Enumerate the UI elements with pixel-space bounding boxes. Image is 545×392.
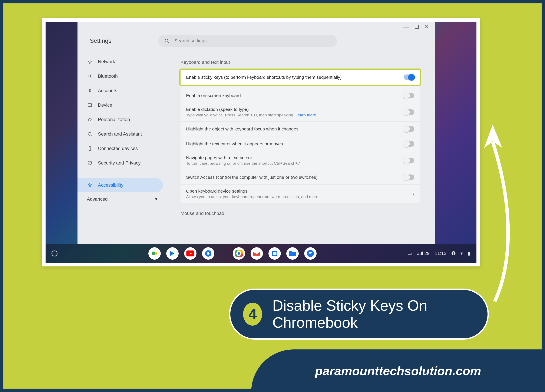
shelf-tray[interactable]: ▭ Jul 29 11:13 ➊ ▾ ▮ xyxy=(408,251,471,256)
toggle-text-cursor[interactable] xyxy=(404,158,414,163)
phone-icon xyxy=(87,146,93,152)
settings-main: Keyboard and text input Enable sticky ke… xyxy=(167,50,435,244)
svg-rect-3 xyxy=(88,104,92,106)
row-dictation[interactable]: Enable dictation (speak to type) Type wi… xyxy=(180,103,420,122)
shield-icon xyxy=(87,160,93,166)
notification-badge-icon: ➊ xyxy=(452,251,455,256)
learn-more-link[interactable]: Learn more xyxy=(296,113,316,117)
row-label: Highlight the text caret when it appears… xyxy=(186,141,283,147)
row-label: Highlight the object with keyboard focus… xyxy=(186,126,298,132)
app-files[interactable] xyxy=(286,247,299,260)
sidebar-item-connected-devices[interactable]: Connected devices xyxy=(77,141,163,156)
app-meet[interactable] xyxy=(148,247,161,260)
step-number: 4 xyxy=(243,303,262,326)
row-switch-access[interactable]: Switch Access (control the computer with… xyxy=(180,170,420,185)
toggle-switch-access[interactable] xyxy=(404,175,414,180)
row-sticky-keys[interactable]: Enable sticky keys (to perform keyboard … xyxy=(179,68,421,86)
sidebar-item-bluetooth[interactable]: Bluetooth xyxy=(77,69,163,83)
section-header-mouse: Mouse and touchpad xyxy=(180,211,420,216)
app-gmail[interactable] xyxy=(251,247,263,260)
row-label: Enable on-screen keyboard xyxy=(186,93,241,98)
sidebar-item-accessibility[interactable]: Accessibility xyxy=(77,178,163,192)
sidebar-item-network[interactable]: Network xyxy=(77,55,163,69)
launcher-icon[interactable] xyxy=(51,251,57,257)
laptop-icon xyxy=(87,102,93,108)
screenshot-card: — ✕ Settings Network Bluetooth xyxy=(42,18,480,266)
svg-rect-18 xyxy=(273,252,277,255)
sidebar-item-label: Accessibility xyxy=(98,182,124,188)
chevron-right-icon: › xyxy=(412,191,414,197)
sidebar-advanced[interactable]: Advanced ▾ xyxy=(77,192,167,206)
row-sublabel: Type with your voice. Press Search + D, … xyxy=(186,113,316,117)
settings-window: — ✕ Settings Network Bluetooth xyxy=(77,22,435,244)
shelf-time: 11:13 xyxy=(435,251,446,256)
toggle-sticky-keys[interactable] xyxy=(404,74,414,80)
app-youtube[interactable] xyxy=(184,247,197,260)
search-icon xyxy=(87,131,93,137)
sidebar-item-accounts[interactable]: Accounts xyxy=(77,83,163,98)
person-icon xyxy=(87,88,93,94)
section-header: Keyboard and text input xyxy=(180,60,420,65)
sidebar-item-label: Accounts xyxy=(98,88,117,93)
row-label: Navigate pages with a text cursor xyxy=(186,155,300,160)
close-icon[interactable]: ✕ xyxy=(424,24,429,30)
row-highlight-caret[interactable]: Highlight the text caret when it appears… xyxy=(180,136,420,151)
svg-point-16 xyxy=(238,252,240,255)
page-title: Settings xyxy=(90,37,111,44)
shelf-apps xyxy=(57,247,408,260)
sidebar-item-label: Bluetooth xyxy=(98,74,118,79)
svg-point-4 xyxy=(88,132,91,135)
sidebar-item-search-assistant[interactable]: Search and Assistant xyxy=(77,127,163,141)
row-text-cursor[interactable]: Navigate pages with a text cursor To tur… xyxy=(180,151,420,170)
app-calendar[interactable] xyxy=(268,247,281,260)
app-messages[interactable] xyxy=(304,247,316,260)
search-bar[interactable] xyxy=(158,35,337,47)
toggle-dictation[interactable] xyxy=(404,109,414,115)
sidebar-item-label: Connected devices xyxy=(98,146,138,151)
svg-line-5 xyxy=(91,135,92,136)
toggle-highlight-focus[interactable] xyxy=(404,126,414,132)
sidebar-item-security-privacy[interactable]: Security and Privacy xyxy=(77,156,163,170)
app-play[interactable] xyxy=(166,247,179,260)
sidebar-item-label: Personalization xyxy=(98,117,130,122)
maximize-icon[interactable] xyxy=(415,24,419,30)
brush-icon xyxy=(87,117,93,122)
sidebar-item-device[interactable]: Device xyxy=(77,98,163,112)
toggle-onscreen-keyboard[interactable] xyxy=(404,93,414,98)
window-controls: — ✕ xyxy=(77,22,435,32)
svg-point-0 xyxy=(165,39,168,42)
toggle-highlight-caret[interactable] xyxy=(404,141,414,147)
search-icon xyxy=(164,38,169,43)
settings-body: Network Bluetooth Accounts Device Person… xyxy=(77,50,435,244)
sidebar-item-label: Security and Privacy xyxy=(98,160,141,166)
step-caption: 4 Disable Sticky Keys On Chromebook xyxy=(229,288,489,340)
svg-line-1 xyxy=(168,42,169,43)
sidebar-item-label: Device xyxy=(98,102,112,108)
chevron-down-icon: ▾ xyxy=(155,196,157,202)
row-label: Switch Access (control the computer with… xyxy=(186,175,317,180)
row-keyboard-settings[interactable]: Open keyboard device settings Allows you… xyxy=(180,185,420,203)
chromeos-shelf: ▭ Jul 29 11:13 ➊ ▾ ▮ xyxy=(46,244,477,263)
svg-point-11 xyxy=(207,252,210,255)
row-onscreen-keyboard[interactable]: Enable on-screen keyboard xyxy=(180,88,420,103)
step-title: Disable Sticky Keys On Chromebook xyxy=(272,297,475,331)
row-highlight-focus[interactable]: Highlight the object with keyboard focus… xyxy=(180,122,420,136)
settings-header: Settings xyxy=(77,32,435,50)
svg-point-7 xyxy=(89,183,90,184)
shelf-date: Jul 29 xyxy=(417,251,430,256)
minimize-icon[interactable]: — xyxy=(403,24,409,30)
search-input[interactable] xyxy=(174,38,331,44)
sidebar-item-label: Search and Assistant xyxy=(98,131,142,137)
row-label: Enable sticky keys (to perform keyboard … xyxy=(186,75,342,80)
svg-point-2 xyxy=(89,89,91,91)
accessibility-icon xyxy=(87,182,93,188)
sidebar-item-personalization[interactable]: Personalization xyxy=(77,112,163,127)
wifi-status-icon: ▾ xyxy=(460,251,463,256)
brand-bar: paramounttechsolution.com xyxy=(251,349,545,392)
battery-icon: ▮ xyxy=(468,251,471,256)
sidebar: Network Bluetooth Accounts Device Person… xyxy=(77,50,167,244)
app-chrome[interactable] xyxy=(233,247,245,260)
svg-rect-6 xyxy=(89,147,91,150)
app-settings[interactable] xyxy=(202,247,214,260)
sidebar-advanced-label: Advanced xyxy=(87,196,108,202)
